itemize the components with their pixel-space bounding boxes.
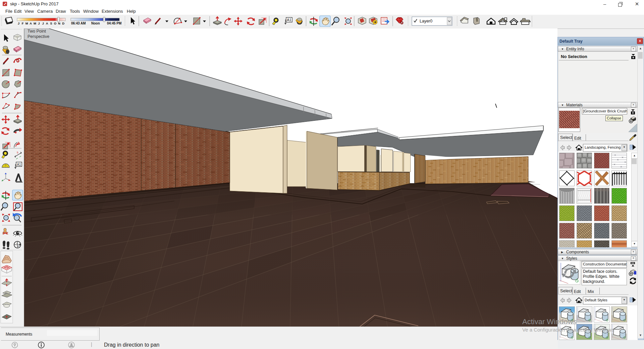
svg-text:Two Point: Two Point [28, 29, 46, 34]
svg-text:S: S [50, 21, 52, 25]
svg-text:A: A [46, 21, 48, 25]
svg-text:Noon: Noon [91, 21, 100, 25]
svg-text:F: F [22, 21, 24, 25]
svg-text:J: J [38, 21, 40, 25]
svg-text:J: J [18, 21, 19, 25]
svg-text:D: D [62, 21, 64, 25]
svg-text:Layer0: Layer0 [420, 19, 432, 23]
svg-text:A: A [30, 21, 32, 25]
svg-text:04:45 PM: 04:45 PM [107, 21, 121, 25]
svg-text:N: N [58, 21, 60, 25]
svg-text:R: R [17, 245, 19, 247]
svg-text:A1: A1 [287, 18, 291, 22]
svg-text:J: J [42, 21, 44, 25]
svg-text:A1: A1 [17, 163, 21, 166]
svg-text:06:43 AM: 06:43 AM [71, 21, 86, 25]
svg-text:M: M [34, 21, 36, 25]
svg-text:5: 5 [17, 151, 18, 154]
svg-text:C: C [16, 242, 18, 244]
svg-text:O: O [54, 21, 56, 25]
svg-text:M: M [25, 21, 28, 25]
svg-text:Perspective: Perspective [28, 34, 49, 39]
